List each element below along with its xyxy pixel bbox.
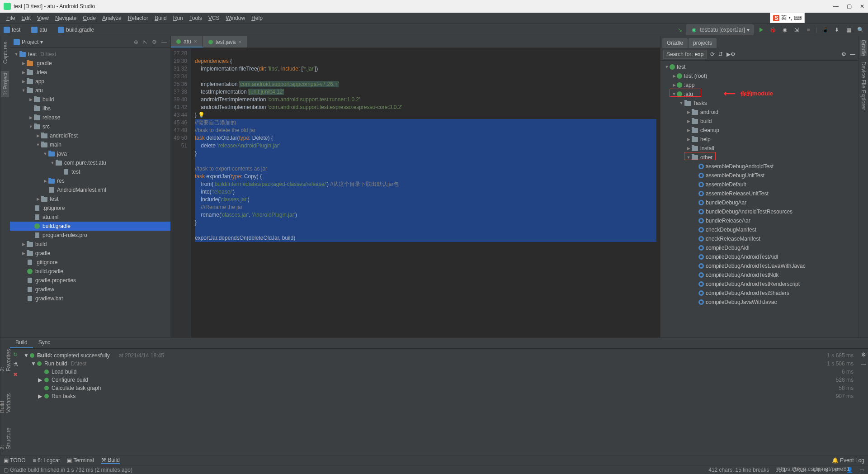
gradle-tool-tab[interactable]: Gradle [860,40,867,56]
build-tab-Sync[interactable]: Sync [33,338,56,348]
hide-icon[interactable]: — [161,39,167,45]
project-tool-tab[interactable]: 1: Project [1,71,9,98]
expand-icon[interactable]: ⇵ [718,51,723,57]
menu-code[interactable]: Code [80,14,99,22]
gradle-hide-icon[interactable]: — [850,51,855,57]
menu-vcs[interactable]: VCS [206,14,222,22]
gradle-tab-Gradle[interactable]: Gradle [662,38,688,48]
build-step-Load-build[interactable]: Load build6 ms [24,368,856,376]
pin-icon[interactable]: ✖ [13,371,18,378]
project-view-selector[interactable]: Project ▾ [14,39,43,45]
collapse-icon[interactable]: ⇱ [143,39,147,45]
structure-tab[interactable]: 2: Structure [0,420,13,451]
avd-icon[interactable]: 📱 [821,26,829,34]
close-button[interactable]: ✕ [860,3,864,9]
tree-item-build[interactable]: ▶build [10,240,170,249]
gradle-item-help[interactable]: ▶help [660,135,858,144]
profile-button[interactable]: ◉ [781,26,789,34]
tree-item-gradle.properties[interactable]: gradle.properties [10,276,170,285]
device-explorer-tab[interactable]: Device File Explorer [860,62,867,110]
gear-icon[interactable]: ⚙ [152,39,157,45]
tree-item-.gitignore[interactable]: .gitignore [10,204,170,213]
tree-item-.gradle[interactable]: ▶.gradle [10,59,170,68]
tree-item-gradlew.bat[interactable]: gradlew.bat [10,294,170,303]
target-icon[interactable]: ⊕ [134,39,138,45]
build-tab-Build[interactable]: Build [10,338,33,348]
favorites-tab[interactable]: 2: Favorites [0,341,13,373]
gradle-item-android[interactable]: ▶android [660,108,858,117]
rerun-icon[interactable]: ↻ [13,351,18,358]
gradle-item-install[interactable]: ▶install [660,144,858,153]
gradle-item-checkDebugManifest[interactable]: checkDebugManifest [660,225,858,234]
gradle-item-build[interactable]: ▶build [660,117,858,126]
terminal-tab[interactable]: ▣ Terminal [67,457,94,464]
breadcrumb-test[interactable]: test [4,27,20,33]
tree-item-proguard-rules.pro[interactable]: proguard-rules.pro [10,231,170,240]
menu-build[interactable]: Build [152,14,170,22]
tree-item-libs[interactable]: libs [10,104,170,113]
tree-item-.idea[interactable]: ▶.idea [10,68,170,77]
tree-item-com.pure.test.atu[interactable]: ▼com.pure.test.atu [10,158,170,167]
breadcrumb-build.gradle[interactable]: build.gradle [58,27,94,33]
build-step-Run-tasks[interactable]: ▶Run tasks907 ms [24,392,856,400]
build-variants-tab[interactable]: Build Variants [0,379,13,415]
tree-item-test[interactable]: test [10,167,170,176]
captures-tool-tab[interactable]: Captures [1,40,9,66]
build-hide-icon[interactable]: — [861,361,866,368]
maximize-button[interactable]: ▢ [847,3,852,9]
build-tab[interactable]: ⚒ Build [101,457,120,464]
filter-icon[interactable]: ⚗ [13,361,18,368]
gradle-item-bundleDebugAar[interactable]: bundleDebugAar [660,198,858,207]
gradle-item-compileDebugAndroidTestShaders[interactable]: compileDebugAndroidTestShaders [660,289,858,298]
run-button[interactable] [757,26,765,34]
editor-tab-atu[interactable]: atu× [171,36,203,47]
menu-file[interactable]: File [4,14,18,22]
gradle-item-assembleDebugUnitTest[interactable]: assembleDebugUnitTest [660,171,858,180]
gradle-item-bundleReleaseAar[interactable]: bundleReleaseAar [660,216,858,225]
tree-item-app[interactable]: ▶app [10,77,170,86]
build-gear-icon[interactable]: ⚙ [861,351,866,358]
ime-indicator[interactable]: S 英 •, ⌨ [770,13,805,23]
menu-analyze[interactable]: Analyze [99,14,124,22]
breadcrumb-atu[interactable]: atu [31,27,47,33]
structure-icon[interactable]: ▦ [844,26,853,34]
gradle-item-checkReleaseManifest[interactable]: checkReleaseManifest [660,234,858,243]
gradle-item-compileDebugAndroidTestAidl[interactable]: compileDebugAndroidTestAidl [660,252,858,261]
build-step-Calculate-task-graph[interactable]: Calculate task graph58 ms [24,384,856,392]
tree-item-.gitignore[interactable]: .gitignore [10,258,170,267]
menu-edit[interactable]: Edit [19,14,33,22]
debug-button[interactable]: 🐞 [769,26,777,34]
project-tree[interactable]: ▼testD:\test▶.gradle▶.idea▶app▼atu▶build… [10,48,170,337]
tree-item-build.gradle[interactable]: build.gradle [10,222,170,231]
tree-item-test[interactable]: ▶test [10,194,170,204]
sync-icon[interactable]: ↘ [678,27,682,33]
gradle-item-assembleReleaseUnitTest[interactable]: assembleReleaseUnitTest [660,189,858,198]
menu-window[interactable]: Window [223,14,248,22]
gradle-tab-projects[interactable]: projects [689,38,717,48]
logcat-tab[interactable]: ≡ 6: Logcat [33,457,60,464]
event-log-tab[interactable]: 🔔 Event Log [832,457,864,464]
tree-item-atu[interactable]: ▼atu [10,86,170,95]
tree-item-test[interactable]: ▼testD:\test [10,50,170,59]
tree-item-main[interactable]: ▼main [10,140,170,149]
menu-navigate[interactable]: Navigate [52,14,79,22]
gradle-search[interactable]: Search for: exp [663,50,707,59]
run-configuration-selector[interactable]: ◉ test:atu [exportJar]▾ [686,24,753,35]
menu-view[interactable]: View [34,14,52,22]
tree-item-androidTest[interactable]: ▶androidTest [10,131,170,140]
menu-run[interactable]: Run [170,14,186,22]
gradle-item-Tasks[interactable]: ▼Tasks [660,99,858,108]
gradle-item-assembleDebugAndroidTest[interactable]: assembleDebugAndroidTest [660,162,858,171]
attach-button[interactable]: ⇲ [793,26,801,34]
code-area[interactable]: dependencies { implementation fileTree(d… [191,48,660,337]
tree-item-AndroidManifest.xml[interactable]: AndroidManifest.xml [10,185,170,194]
gradle-item-compileDebugAidl[interactable]: compileDebugAidl [660,243,858,252]
gradle-item-compileDebugJavaWithJavac[interactable]: compileDebugJavaWithJavac [660,298,858,307]
gradle-item-compileDebugAndroidTestJavaWithJavac[interactable]: compileDebugAndroidTestJavaWithJavac [660,261,858,270]
gradle-item-:app[interactable]: ▶:app [660,81,858,90]
tree-item-build[interactable]: ▶build [10,95,170,104]
gradle-item-assembleDefault[interactable]: assembleDefault [660,180,858,189]
gradle-gear-icon[interactable]: ⚙ [841,51,846,57]
gradle-tree[interactable]: ▼test▶test (root)▶:app▼:atu▼Tasks▶androi… [660,61,858,337]
build-step-Run-build[interactable]: ▼Run buildD:\test1 s 506 ms [24,360,856,368]
